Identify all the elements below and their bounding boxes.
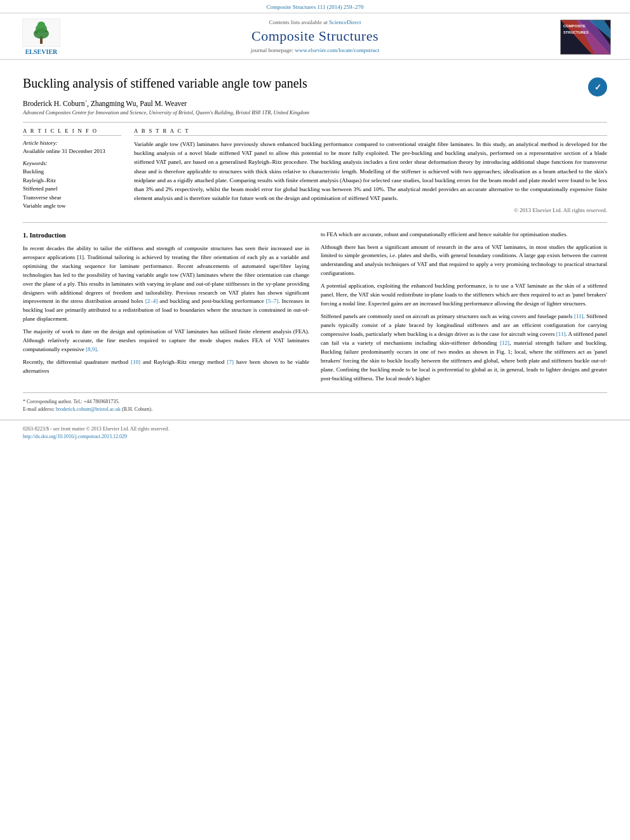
body-section: 1. Introduction In recent decades the ab…	[23, 222, 607, 387]
ref-8-9-link[interactable]: [8,9]	[86, 346, 97, 352]
body-para-2: The majority of work to date on the desi…	[23, 328, 309, 354]
elsevier-logo: ELSEVIER	[13, 18, 70, 55]
svg-text:COMPOSITE: COMPOSITE	[563, 24, 586, 28]
body-para-right-3: A potential application, exploiting the …	[321, 282, 607, 309]
ref-2-4-link[interactable]: [2–4]	[145, 298, 158, 304]
body-para-3: Recently, the differential quadrature me…	[23, 358, 309, 376]
cs-logo-area: COMPOSITE STRUCTURES	[560, 20, 617, 55]
ref-12-link[interactable]: [12]	[500, 340, 509, 346]
info-abstract-section: A R T I C L E I N F O Article history: A…	[23, 128, 607, 217]
body-para-right-2: Although there has been a significant am…	[321, 243, 607, 279]
body-para-1: In recent decades the ability to tailor …	[23, 244, 309, 324]
journal-citation: Composite Structures 111 (2014) 259–270	[0, 0, 630, 13]
ref-11b-link[interactable]: [11]	[556, 331, 566, 337]
cs-logo-svg: COMPOSITE STRUCTURES	[561, 20, 610, 55]
ref-10-link[interactable]: [10]	[131, 359, 140, 365]
journal-header: ELSEVIER Contents lists available at Sci…	[0, 13, 630, 60]
abstract-text: Variable angle tow (VAT) laminates have …	[134, 140, 607, 203]
sciencedirect-link[interactable]: ScienceDirect	[329, 19, 361, 25]
keywords-list: Buckling Rayleigh–Ritz Stiffened panel T…	[23, 168, 121, 211]
svg-point-4	[37, 22, 45, 28]
author-coburn: Broderick H. Coburn	[23, 100, 84, 107]
footer-doi: http://dx.doi.org/10.1016/j.compstruct.2…	[23, 433, 607, 441]
keywords-label: Keywords:	[23, 160, 121, 166]
homepage-link[interactable]: www.elsevier.com/locate/compstruct	[295, 47, 379, 53]
body-para-right-4: Stiffened panels are commonly used on ai…	[321, 312, 607, 383]
section1-title: 1. Introduction	[23, 230, 309, 241]
svg-point-5	[36, 32, 37, 34]
history-label: Article history:	[23, 140, 121, 146]
keyword-rayleigh: Rayleigh–Ritz	[23, 177, 121, 185]
page-footer: 0263-8223/$ - see front matter © 2013 El…	[0, 420, 630, 443]
authors-line: Broderick H. Coburn*, Zhangming Wu, Paul…	[23, 99, 607, 107]
journal-title: Composite Structures	[70, 28, 560, 44]
footnote-divider	[23, 392, 607, 393]
keyword-stiffened: Stiffened panel	[23, 185, 121, 194]
elsevier-tree-icon	[22, 18, 60, 47]
crossmark-icon: ✓	[590, 79, 605, 95]
abstract-heading: A B S T R A C T	[134, 128, 607, 136]
body-right-col: to FEA which are accurate, robust and co…	[321, 230, 607, 387]
ref-5-7-link[interactable]: [5–7]	[266, 298, 279, 304]
affiliation: Advanced Composites Centre for Innovatio…	[23, 109, 607, 116]
email-line: E-mail address: broderick.coburn@bristol…	[23, 406, 607, 413]
ref-7-link[interactable]: [7]	[227, 359, 234, 365]
available-online: Available online 31 December 2013	[23, 147, 121, 156]
homepage-line: journal homepage: www.elsevier.com/locat…	[70, 47, 560, 53]
contents-availability: Contents lists available at ScienceDirec…	[70, 19, 560, 25]
corresponding-author: * Corresponding author. Tel.: +44 786968…	[23, 398, 607, 406]
divider-1	[23, 122, 607, 123]
article-title: Buckling analysis of stiffened variable …	[23, 75, 588, 91]
ref-11-link[interactable]: [11]	[574, 313, 584, 319]
svg-text:STRUCTURES: STRUCTURES	[563, 30, 589, 34]
keyword-variable: Variable angle tow	[23, 202, 121, 211]
crossmark-badge[interactable]: ✓	[588, 77, 607, 97]
abstract-section: A B S T R A C T Variable angle tow (VAT)…	[134, 128, 607, 217]
copyright: © 2013 Elsevier Ltd. All rights reserved…	[134, 207, 607, 213]
body-left-col: 1. Introduction In recent decades the ab…	[23, 230, 309, 387]
email-link[interactable]: broderick.coburn@bristol.ac.uk	[56, 406, 121, 412]
article-info-heading: A R T I C L E I N F O	[23, 128, 121, 136]
article-info: A R T I C L E I N F O Article history: A…	[23, 128, 121, 217]
journal-header-center: Contents lists available at ScienceDirec…	[70, 19, 560, 55]
composite-structures-logo: COMPOSITE STRUCTURES	[560, 20, 611, 55]
keyword-buckling: Buckling	[23, 168, 121, 177]
author-weaver: Paul M. Weaver	[140, 100, 187, 107]
svg-point-6	[46, 30, 48, 32]
keyword-transverse: Transverse shear	[23, 194, 121, 203]
author-wu: Zhangming Wu,	[91, 100, 140, 107]
footnote-section: * Corresponding author. Tel.: +44 786968…	[0, 392, 630, 413]
footer-copyright: 0263-8223/$ - see front matter © 2013 El…	[23, 425, 607, 433]
main-content: Buckling analysis of stiffened variable …	[0, 60, 630, 387]
citation-text: Composite Structures 111 (2014) 259–270	[267, 4, 364, 10]
doi-link[interactable]: http://dx.doi.org/10.1016/j.compstruct.2…	[23, 434, 127, 439]
svg-text:✓: ✓	[594, 83, 601, 92]
elsevier-text: ELSEVIER	[25, 48, 58, 55]
body-para-right-1: to FEA which are accurate, robust and co…	[321, 230, 607, 239]
